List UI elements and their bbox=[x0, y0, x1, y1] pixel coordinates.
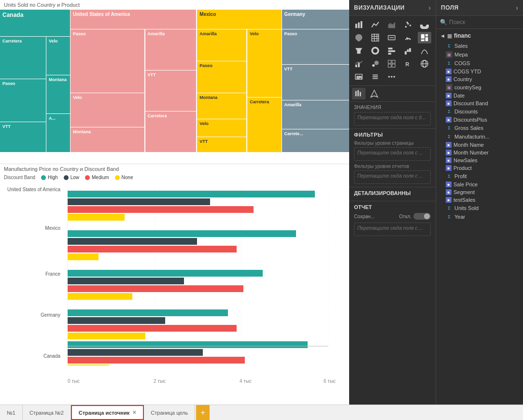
tm-cell[interactable]: Montana bbox=[71, 127, 144, 152]
tab-add-button[interactable]: + bbox=[196, 405, 210, 420]
tm-cell[interactable]: Montana bbox=[197, 93, 246, 119]
field-item[interactable]: ■NewSales bbox=[436, 156, 523, 164]
viz-icon-waterfall[interactable] bbox=[401, 45, 415, 56]
legend-item-low: Low bbox=[64, 175, 79, 180]
tm-cell[interactable]: VTT bbox=[282, 64, 349, 99]
tm-mexico[interactable]: Mexico bbox=[197, 10, 281, 29]
tab-1[interactable]: №1 bbox=[0, 405, 23, 420]
field-item[interactable]: ΣGross Sales bbox=[436, 124, 523, 132]
field-item[interactable]: ▦Мера bbox=[436, 50, 523, 59]
field-name-label: Мера bbox=[454, 52, 468, 57]
filter-report-drop[interactable]: Перетащите сюда поля с ... bbox=[354, 170, 431, 184]
viz-icon-pie[interactable] bbox=[418, 19, 431, 30]
tm-germany[interactable]: Germany bbox=[282, 10, 349, 29]
fields-panel-title: ПОЛЯ bbox=[441, 4, 459, 11]
field-item[interactable]: ■Month Number bbox=[436, 149, 523, 156]
viz-icon-bubble[interactable] bbox=[368, 58, 382, 70]
tm-usa[interactable]: United States of America bbox=[71, 10, 196, 29]
field-item[interactable]: ■Product bbox=[436, 164, 523, 172]
viz-values-drop[interactable]: Перетащите сюда поля с д... bbox=[354, 112, 431, 126]
tm-cell[interactable]: Amarilla bbox=[282, 100, 349, 129]
tm-cell[interactable]: Carretera bbox=[0, 36, 46, 79]
tm-cell[interactable]: VTT bbox=[145, 70, 197, 111]
field-item[interactable]: ■Discount Band bbox=[436, 99, 523, 107]
viz-icon-area[interactable] bbox=[385, 19, 398, 30]
viz-build-fields[interactable] bbox=[352, 88, 366, 99]
viz-icon-funnel[interactable] bbox=[352, 45, 366, 56]
tm-cell[interactable]: Amarilla bbox=[197, 29, 246, 61]
tab-2[interactable]: Страница №2 bbox=[23, 405, 71, 420]
viz-icon-donut[interactable] bbox=[368, 45, 382, 56]
tm-cell[interactable]: VTT bbox=[0, 122, 46, 152]
viz-icon-card[interactable] bbox=[385, 32, 398, 43]
field-item[interactable]: ■Segment bbox=[436, 188, 523, 196]
tm-cell[interactable]: Velo bbox=[71, 93, 144, 127]
tm-canada[interactable]: Canada bbox=[0, 10, 70, 36]
tm-cell[interactable]: Velo bbox=[46, 36, 70, 75]
field-type-icon: ■ bbox=[446, 157, 452, 163]
svg-rect-21 bbox=[68, 349, 203, 356]
field-item[interactable]: ΣDiscounts bbox=[436, 107, 523, 116]
field-item[interactable]: ΣProfit bbox=[436, 172, 523, 181]
field-item[interactable]: ΣYear bbox=[436, 212, 523, 221]
tm-cell[interactable]: A... bbox=[46, 113, 70, 152]
tm-cell[interactable]: Carretera bbox=[247, 97, 281, 152]
viz-build-format[interactable] bbox=[368, 88, 381, 99]
viz-icons-grid: R KPI bbox=[349, 16, 436, 85]
tab-target[interactable]: Страница цель bbox=[144, 405, 195, 420]
viz-icon-scatter[interactable] bbox=[401, 19, 415, 30]
field-item[interactable]: ■Date bbox=[436, 92, 523, 99]
field-item[interactable]: ■DiscountsPlus bbox=[436, 116, 523, 124]
field-item[interactable]: ■Country bbox=[436, 75, 523, 83]
field-type-icon: ■ bbox=[446, 93, 452, 98]
tab-close-icon[interactable]: ✕ bbox=[132, 410, 136, 415]
legend-dot-none bbox=[115, 175, 120, 180]
viz-icon-kpi[interactable]: KPI bbox=[352, 71, 366, 83]
report-drop[interactable]: Перетащите сюда поля с ... bbox=[354, 223, 431, 236]
viz-icon-ribbon[interactable] bbox=[418, 45, 431, 56]
svg-rect-20 bbox=[68, 341, 308, 348]
viz-icon-table[interactable] bbox=[368, 32, 382, 43]
field-item[interactable]: ΣCOGS bbox=[436, 59, 523, 68]
tm-cell[interactable]: Carrete... bbox=[282, 129, 349, 152]
tm-cell[interactable]: Amarilla bbox=[145, 29, 197, 70]
field-item[interactable]: ▦countrySeg bbox=[436, 83, 523, 92]
toggle-switch[interactable] bbox=[413, 213, 431, 220]
fields-panel-arrow[interactable]: › bbox=[516, 4, 518, 12]
tm-cell[interactable]: Paseo bbox=[197, 61, 246, 93]
viz-icon-hbar[interactable] bbox=[385, 45, 398, 56]
field-item[interactable]: ΣSales bbox=[436, 42, 523, 50]
tm-cell[interactable]: Velo bbox=[197, 119, 246, 137]
viz-icon-slicer[interactable] bbox=[368, 71, 382, 83]
viz-panel-arrow[interactable]: › bbox=[428, 4, 431, 12]
field-item[interactable]: ■testSales bbox=[436, 196, 523, 204]
field-group-header[interactable]: ◄ ▦ financ bbox=[436, 31, 523, 41]
field-item[interactable]: ■COGS YTD bbox=[436, 68, 523, 75]
viz-icon-treemap[interactable] bbox=[418, 32, 431, 43]
viz-icon-combo[interactable] bbox=[352, 58, 366, 70]
field-item[interactable]: ■Sale Price bbox=[436, 181, 523, 188]
tm-cell[interactable]: VTT bbox=[197, 137, 246, 152]
tm-cell[interactable]: Carretera bbox=[145, 111, 197, 152]
field-item[interactable]: ΣManufacturin... bbox=[436, 132, 523, 141]
tm-cell[interactable]: Paseo bbox=[282, 29, 349, 64]
field-name-label: Month Number bbox=[453, 150, 489, 155]
field-item[interactable]: ΣUnits Sold bbox=[436, 204, 523, 212]
viz-icon-gauge[interactable] bbox=[401, 32, 415, 43]
viz-icon-matrix[interactable] bbox=[385, 58, 398, 70]
viz-icon-line[interactable] bbox=[368, 19, 382, 30]
viz-icon-r[interactable]: R bbox=[401, 58, 415, 70]
viz-icon-more[interactable] bbox=[385, 71, 398, 83]
field-item[interactable]: ■Month Name bbox=[436, 141, 523, 149]
search-input[interactable] bbox=[449, 19, 522, 26]
tm-cell[interactable]: Montana bbox=[46, 75, 70, 113]
filter-page-drop[interactable]: Перетащите сюда поля с ... bbox=[354, 147, 431, 161]
viz-icon-bar[interactable] bbox=[352, 19, 366, 30]
tm-cell[interactable]: Paseo bbox=[71, 29, 144, 93]
tm-cell[interactable]: Velo bbox=[247, 29, 281, 97]
viz-icon-globe[interactable] bbox=[418, 58, 431, 70]
viz-icon-map[interactable] bbox=[352, 32, 366, 43]
tab-source[interactable]: Страница источник ✕ bbox=[71, 405, 144, 420]
svg-rect-44 bbox=[425, 37, 428, 41]
tm-cell[interactable]: Paseo bbox=[0, 79, 46, 121]
